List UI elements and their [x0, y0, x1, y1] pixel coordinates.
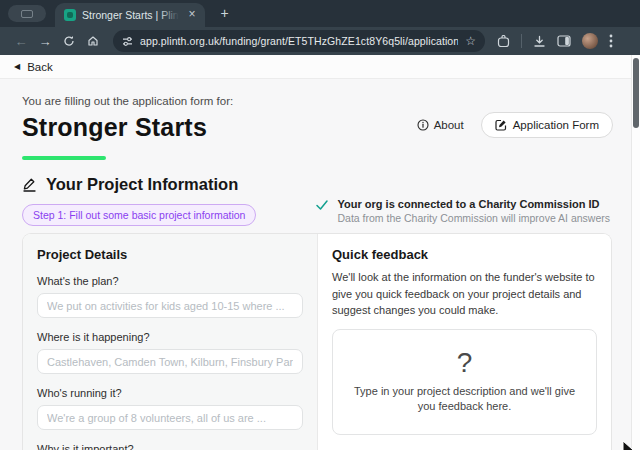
- about-label: About: [434, 119, 464, 131]
- quick-feedback-description: We'll look at the information on the fun…: [332, 269, 597, 319]
- plan-input[interactable]: [37, 293, 303, 318]
- url-bar[interactable]: app.plinth.org.uk/funding/grant/ET5THzGh…: [113, 30, 485, 52]
- charity-status-subtitle: Data from the Charity Commission will im…: [338, 212, 611, 224]
- header-actions: About Application Form: [417, 112, 613, 138]
- new-tab-button[interactable]: +: [216, 5, 233, 22]
- scrollbar-thumb[interactable]: [633, 58, 639, 128]
- field-where-happening: Where is it happening?: [37, 331, 303, 374]
- tab-search-icon: [21, 10, 33, 18]
- step-badge: Step 1: Fill out some basic project info…: [22, 204, 256, 226]
- application-form-label: Application Form: [513, 119, 599, 131]
- field-label: Who's running it?: [37, 387, 303, 399]
- quick-feedback-title: Quick feedback: [332, 247, 597, 262]
- page-content: ◀ Back You are filling out the applicati…: [0, 55, 640, 450]
- tab-search-pill[interactable]: [8, 5, 46, 22]
- site-settings-icon[interactable]: [122, 36, 133, 47]
- reload-icon: [63, 35, 75, 47]
- question-mark-icon: ?: [457, 349, 473, 377]
- downloads-icon[interactable]: [533, 35, 546, 48]
- plinth-favicon-icon: [64, 9, 76, 21]
- field-whats-the-plan: What's the plan?: [37, 275, 303, 318]
- info-icon: [417, 119, 429, 131]
- nav-forward-button[interactable]: →: [33, 30, 57, 52]
- reload-button[interactable]: [57, 30, 81, 52]
- location-input[interactable]: [37, 349, 303, 374]
- quick-feedback-panel: Quick feedback We'll look at the informa…: [318, 234, 611, 450]
- back-link[interactable]: Back: [27, 61, 53, 73]
- about-link[interactable]: About: [417, 119, 464, 131]
- home-icon: [87, 35, 99, 47]
- nav-back-button[interactable]: ←: [9, 30, 33, 52]
- section-title: Your Project Information: [46, 175, 238, 194]
- page-scrollbar[interactable]: [631, 55, 640, 450]
- browser-toolbar: ← → app.plinth.org.uk/funding/grant/ET5T…: [0, 27, 640, 55]
- close-tab-icon[interactable]: ×: [185, 8, 199, 22]
- tab-strip: Stronger Starts | Plinth AI Gra × +: [0, 0, 640, 27]
- profile-avatar[interactable]: [582, 33, 598, 49]
- field-label: Where is it happening?: [37, 331, 303, 343]
- browser-menu-icon[interactable]: [609, 34, 613, 48]
- extensions-icon[interactable]: [497, 35, 510, 48]
- field-label: What's the plan?: [37, 275, 303, 287]
- toolbar-divider: [521, 34, 522, 48]
- feedback-empty-state: ? Type in your project description and w…: [332, 329, 597, 435]
- edit-form-icon: [495, 119, 507, 131]
- check-icon: [315, 198, 329, 212]
- feedback-empty-caption: Type in your project description and we'…: [349, 384, 580, 415]
- back-arrow-icon: ◀: [14, 62, 20, 71]
- tab-title: Stronger Starts | Plinth AI Gra: [82, 9, 179, 21]
- field-whos-running: Who's running it?: [37, 387, 303, 430]
- form-card: Project Details What's the plan? Where i…: [22, 233, 612, 450]
- project-details-panel: Project Details What's the plan? Where i…: [23, 234, 318, 450]
- bookmark-star-icon[interactable]: ☆: [465, 35, 476, 47]
- pencil-icon: [22, 177, 37, 192]
- charity-status-text: Your org is connected to a Charity Commi…: [338, 198, 611, 224]
- team-input[interactable]: [37, 405, 303, 430]
- field-why-important: Why is it important?: [37, 443, 303, 450]
- chrome-actions: [497, 33, 613, 49]
- section-title-row: Your Project Information: [22, 175, 618, 194]
- project-details-title: Project Details: [37, 247, 303, 262]
- active-tab[interactable]: Stronger Starts | Plinth AI Gra ×: [55, 3, 205, 27]
- charity-status-title: Your org is connected to a Charity Commi…: [338, 198, 611, 210]
- side-panel-icon[interactable]: [557, 35, 571, 47]
- charity-status: Your org is connected to a Charity Commi…: [315, 198, 611, 224]
- back-bar[interactable]: ◀ Back: [0, 55, 640, 79]
- browser-chrome: Stronger Starts | Plinth AI Gra × + ← → …: [0, 0, 640, 55]
- home-button[interactable]: [81, 30, 105, 52]
- intro-text: You are filling out the application form…: [22, 95, 618, 107]
- field-label: Why is it important?: [37, 443, 303, 450]
- url-text[interactable]: app.plinth.org.uk/funding/grant/ET5THzGh…: [140, 35, 458, 47]
- application-form-button[interactable]: Application Form: [481, 112, 613, 138]
